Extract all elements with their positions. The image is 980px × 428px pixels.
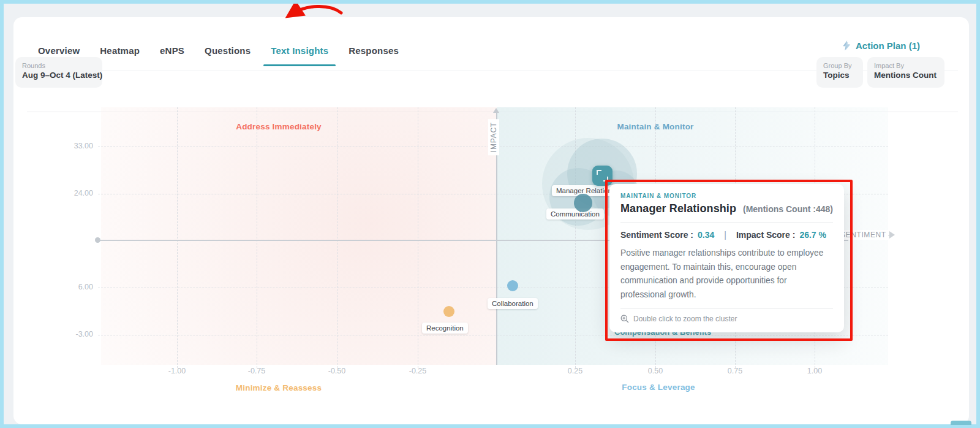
sentiment-score-value: 0.34 [698,230,714,240]
x-tick: -0.75 [235,367,278,375]
tooltip-divider [620,308,833,309]
tab-heatmap[interactable]: Heatmap [100,45,140,56]
collaboration-dot[interactable] [507,280,518,291]
quadrant-label-focus-leverage: Focus & Leverage [622,383,695,392]
y-axis-label: IMPACT [488,119,499,155]
communication-dot[interactable] [574,194,592,212]
zoom-in-icon [620,315,629,323]
lightning-icon [842,40,851,51]
tab-questions[interactable]: Questions [205,45,251,56]
bracket-icon [597,170,601,175]
point-label-collaboration[interactable]: Collaboration [488,298,538,309]
tooltip-title: Manager Relationship [620,202,736,215]
quadrant-label-minimize-reassess: Minimize & Reassess [236,383,322,392]
point-label-communication[interactable]: Communication [546,208,604,220]
tooltip-footer-hint[interactable]: Double click to zoom the cluster [620,315,833,323]
y-tick: -3.00 [56,330,93,338]
x-tick: 0.50 [634,367,677,375]
gridline-h [98,335,888,335]
impact-score-label: Impact Score : [736,230,795,240]
tooltip-mentions-count: (Mentions Count :448) [743,204,833,214]
x-tick: -1.00 [156,367,198,375]
x-tick: 1.00 [793,367,836,375]
scrollbar-nub[interactable] [951,421,971,425]
y-tick: 24.00 [56,189,93,197]
x-tick: -0.50 [315,367,358,375]
tooltip-category: MAINTAIN & MONITOR [620,193,833,199]
cluster-zoom-icon[interactable] [592,166,612,186]
tooltip-divider [620,222,833,223]
impact-axis-arrow [493,108,499,113]
sentiment-axis-arrow [889,231,895,239]
quadrant-label-address-immediately: Address Immediately [236,122,322,131]
tab-enps[interactable]: eNPS [160,45,184,56]
point-label-recognition[interactable]: Recognition [422,323,468,334]
action-plan-button[interactable]: Action Plan (1) [842,40,920,51]
recognition-dot[interactable] [443,306,454,317]
tooltip-description: Positive manager relationships contribut… [620,246,833,302]
sentiment-axis-origin-dot [95,237,100,243]
tooltip-footer-text: Double click to zoom the cluster [633,315,737,323]
x-tick: 0.75 [714,367,756,375]
tab-responses[interactable]: Responses [349,45,399,56]
impact-score-value: 26.7 % [799,230,826,240]
quadrant-label-maintain-monitor: Maintain & Monitor [617,122,693,131]
tab-text-insights[interactable]: Text Insights [271,45,328,56]
x-tick: 0.25 [554,367,597,375]
y-tick: 6.00 [56,283,93,291]
x-axis-label: SENTIMENT [839,230,888,240]
x-tick: -0.25 [396,367,439,375]
score-separator: | [724,230,726,240]
bracket-icon [603,177,608,182]
tab-overview[interactable]: Overview [38,45,80,56]
action-plan-label: Action Plan (1) [856,40,920,51]
cluster-tooltip: MAINTAIN & MONITOR Manager Relationship … [609,184,844,332]
y-tick: 33.00 [56,142,93,150]
sentiment-score-label: Sentiment Score : [620,230,693,240]
tab-bar: Overview Heatmap eNPS Questions Text Ins… [38,36,399,65]
